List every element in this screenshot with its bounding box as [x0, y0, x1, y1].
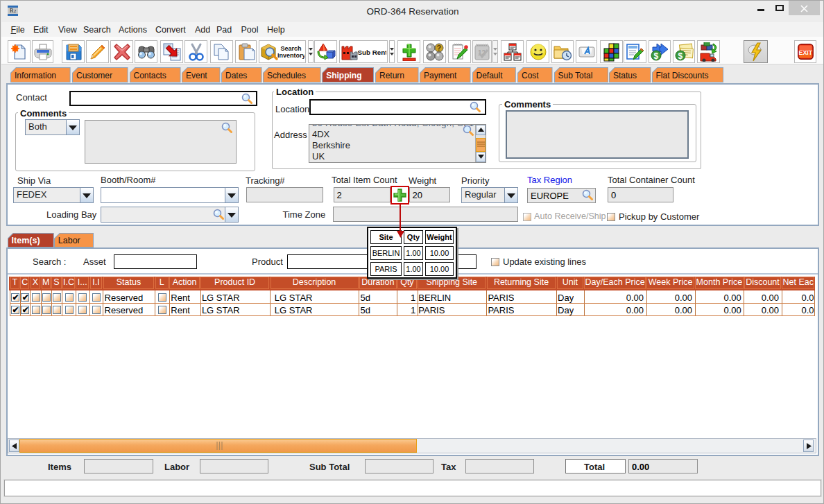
svg-text:$: $: [654, 51, 659, 60]
svg-text:?: ?: [436, 44, 441, 52]
svg-text:Search: Search: [281, 44, 302, 51]
svg-text:Sub Rent: Sub Rent: [358, 48, 387, 55]
svg-text:Inventory: Inventory: [277, 51, 304, 58]
svg-text:EXIT: EXIT: [798, 49, 812, 56]
svg-text:$: $: [678, 51, 683, 60]
